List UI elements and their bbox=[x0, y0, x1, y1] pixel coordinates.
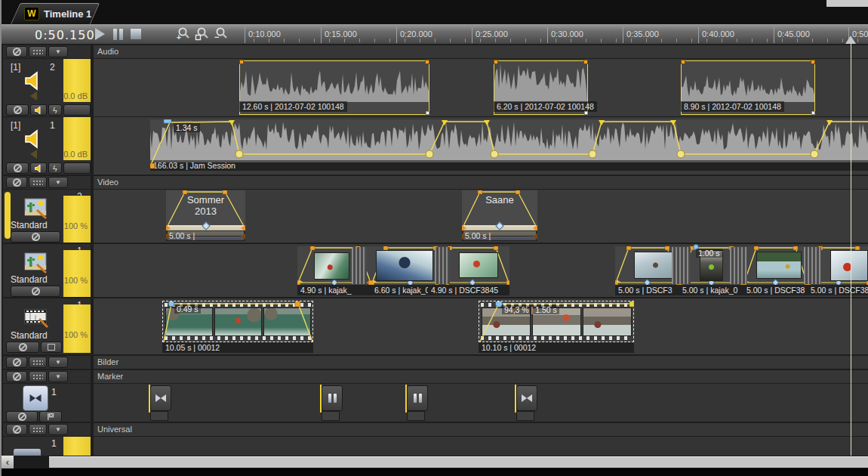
track-header-video-1b[interactable]: 1 Standard 100 % bbox=[3, 298, 91, 354]
timeline-marker[interactable] bbox=[407, 385, 428, 411]
envelope-handle[interactable] bbox=[681, 60, 685, 64]
track-mute-button[interactable] bbox=[6, 162, 29, 174]
play-button[interactable] bbox=[92, 26, 107, 42]
track-header-audio-2[interactable]: [1] 2 0.0 dB ϟ bbox=[3, 59, 91, 116]
track-header-video-2[interactable]: 2 Standard 100 % bbox=[3, 190, 91, 243]
transition-zone[interactable] bbox=[804, 247, 821, 284]
opacity-fader[interactable]: 100 % bbox=[63, 250, 91, 297]
timeline-marker[interactable] bbox=[516, 385, 537, 411]
section-collapse-button[interactable]: ▼ bbox=[48, 371, 68, 382]
transition-zone[interactable] bbox=[352, 247, 367, 284]
track-lane-video-1a[interactable]: 4.90 s | kajak_ 6.60 s | kajak_02 4.90 s… bbox=[94, 244, 868, 297]
section-minimize-button[interactable] bbox=[29, 371, 47, 382]
dots-grid-icon bbox=[32, 49, 43, 54]
section-collapse-button[interactable]: ▼ bbox=[48, 357, 68, 368]
track-mute-button[interactable] bbox=[6, 104, 29, 116]
playhead-arrow[interactable] bbox=[845, 36, 856, 44]
ruler-tick[interactable]: 0:20.000 bbox=[396, 27, 397, 43]
film-clip[interactable]: 0.49 s bbox=[162, 301, 313, 342]
envelope-handle[interactable] bbox=[239, 60, 244, 64]
tab-content[interactable]: W Timeline 1 bbox=[24, 5, 91, 22]
track-mute-button[interactable] bbox=[11, 231, 60, 243]
track-lane-universal[interactable] bbox=[94, 437, 868, 456]
ruler-tick[interactable]: 0:10.000 bbox=[245, 27, 245, 43]
stop-button[interactable] bbox=[128, 26, 143, 42]
section-header-video: ▼ bbox=[3, 176, 91, 189]
section-mute-button[interactable] bbox=[6, 357, 27, 368]
section-collapse-button[interactable]: ▼ bbox=[48, 177, 68, 188]
film-clip[interactable]: 94,3 % | 1.50 s bbox=[479, 301, 634, 342]
track-number: 1 bbox=[51, 387, 57, 397]
track-header-video-1a[interactable]: 1 Standard 100 % bbox=[3, 244, 91, 297]
transition-zone[interactable] bbox=[672, 247, 691, 284]
track-mute-button[interactable] bbox=[6, 342, 39, 353]
envelope-handle[interactable] bbox=[583, 60, 588, 64]
volume-fader[interactable] bbox=[63, 437, 91, 456]
playhead-line[interactable] bbox=[851, 44, 851, 456]
section-mute-button[interactable] bbox=[6, 371, 27, 382]
track-display-mode-button[interactable] bbox=[41, 342, 62, 353]
section-minimize-button[interactable] bbox=[29, 177, 47, 188]
track-lane-audio-2[interactable]: 12.60 s | 2012-07-02 100148 6.20 s | 201… bbox=[94, 59, 868, 116]
ruler-tick[interactable]: 0:40.000 bbox=[698, 27, 699, 43]
scroll-left-button[interactable]: ‹ bbox=[2, 456, 14, 468]
section-mute-button[interactable] bbox=[6, 177, 27, 188]
marker-tab[interactable] bbox=[322, 411, 340, 421]
section-collapse-button[interactable]: ▼ bbox=[48, 46, 68, 57]
envelope-handle[interactable] bbox=[494, 60, 498, 64]
section-minimize-button[interactable] bbox=[29, 424, 47, 435]
track-monitor-button[interactable] bbox=[30, 162, 47, 174]
zoom-in-button[interactable]: + bbox=[175, 26, 192, 42]
clip-label: 5.00 s | kajak_0 bbox=[679, 285, 743, 295]
ruler-tick[interactable]: 0:45.000 bbox=[774, 27, 774, 43]
trim-handle[interactable] bbox=[584, 111, 588, 115]
track-extra-button[interactable] bbox=[63, 162, 91, 174]
track-monitor-button[interactable] bbox=[30, 104, 47, 116]
envelope-handle[interactable] bbox=[425, 60, 429, 64]
track-lane-video-2[interactable]: Sommer2013 5.00 s | Saane 5.00 s | bbox=[94, 190, 868, 243]
track-header-marker[interactable]: 1 bbox=[3, 384, 91, 422]
track-lane-marker[interactable] bbox=[94, 384, 868, 422]
track-header-audio-1[interactable]: [1] 1 0.0 dB ϟ bbox=[3, 117, 91, 175]
ruler-tick[interactable]: 0:35.000 bbox=[623, 27, 623, 43]
pause-button[interactable] bbox=[110, 26, 125, 42]
chevron-down-icon: ▼ bbox=[55, 180, 61, 186]
track-mute-button[interactable] bbox=[6, 411, 38, 422]
ruler-tick[interactable]: 0:25.000 bbox=[472, 27, 472, 43]
section-mute-button[interactable] bbox=[6, 46, 27, 57]
track-lane-video-1b[interactable]: 0.49 s 10.05 s | 00012 94,3 % | 1.50 s 1… bbox=[94, 298, 868, 354]
volume-envelope[interactable] bbox=[150, 119, 868, 172]
zoom-out-button[interactable]: − bbox=[213, 26, 229, 42]
trim-handle[interactable] bbox=[811, 111, 815, 115]
marker-tab[interactable] bbox=[516, 411, 534, 421]
zoom-fit-icon bbox=[195, 26, 210, 42]
track-fx-button[interactable]: ϟ bbox=[48, 104, 62, 116]
scrollbar-thumb[interactable] bbox=[49, 456, 868, 468]
timeline-marker[interactable] bbox=[150, 385, 171, 411]
ruler-tick[interactable]: 0:30.000 bbox=[547, 27, 548, 43]
zoom-fit-button[interactable] bbox=[194, 26, 211, 42]
marker-tab[interactable] bbox=[150, 411, 168, 421]
volume-fader[interactable]: 0.0 dB bbox=[63, 117, 91, 160]
opacity-fader[interactable]: 100 % bbox=[63, 304, 91, 353]
transition-zone[interactable] bbox=[730, 247, 747, 284]
track-extra-button[interactable] bbox=[63, 104, 91, 116]
track-mute-button[interactable] bbox=[11, 286, 60, 297]
marker-flag-button[interactable] bbox=[39, 411, 62, 422]
envelope-handle[interactable] bbox=[811, 60, 815, 64]
transition-zone[interactable] bbox=[435, 247, 450, 284]
ruler-tick[interactable]: 0:15.000 bbox=[321, 27, 322, 43]
track-lane-audio-1[interactable]: 1.34 s 166.03 s | Jam Session bbox=[94, 117, 868, 175]
marker-track-button[interactable] bbox=[23, 385, 48, 411]
section-minimize-button[interactable] bbox=[29, 46, 47, 57]
section-mute-button[interactable] bbox=[6, 424, 27, 435]
marker-tab[interactable] bbox=[407, 411, 425, 421]
volume-fader[interactable]: 0.0 dB bbox=[63, 59, 91, 102]
track-fx-button[interactable]: ϟ bbox=[48, 162, 62, 174]
opacity-fader[interactable]: 100 % bbox=[63, 196, 91, 243]
timeline-marker[interactable] bbox=[322, 385, 343, 411]
trim-handle[interactable] bbox=[426, 111, 429, 115]
track-header-universal[interactable]: 1 bbox=[3, 437, 91, 456]
section-collapse-button[interactable]: ▼ bbox=[48, 424, 68, 435]
section-minimize-button[interactable] bbox=[29, 357, 47, 368]
